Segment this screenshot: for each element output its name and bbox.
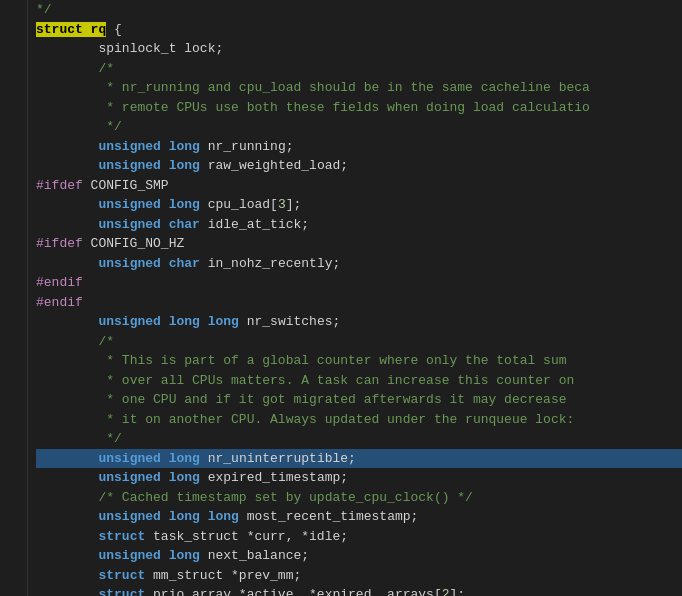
- code-line: struct prio_array *active, *expired, arr…: [36, 585, 682, 596]
- code-container: */struct rq { spinlock_t lock; /* * nr_r…: [0, 0, 682, 596]
- line-numbers: [0, 0, 28, 596]
- code-line: * nr_running and cpu_load should be in t…: [36, 78, 682, 98]
- code-line: /* Cached timestamp set by update_cpu_cl…: [36, 488, 682, 508]
- code-line: struct rq {: [36, 20, 682, 40]
- code-line: struct task_struct *curr, *idle;: [36, 527, 682, 547]
- code-line: unsigned long cpu_load[3];: [36, 195, 682, 215]
- code-line: unsigned long long most_recent_timestamp…: [36, 507, 682, 527]
- code-line: /*: [36, 59, 682, 79]
- code-line: #endif: [36, 273, 682, 293]
- code-line: #ifdef CONFIG_NO_HZ: [36, 234, 682, 254]
- code-line: spinlock_t lock;: [36, 39, 682, 59]
- code-line: */: [36, 0, 682, 20]
- code-line: * over all CPUs matters. A task can incr…: [36, 371, 682, 391]
- code-line: unsigned long long nr_switches;: [36, 312, 682, 332]
- code-line: * remote CPUs use both these fields when…: [36, 98, 682, 118]
- code-line: /*: [36, 332, 682, 352]
- code-content[interactable]: */struct rq { spinlock_t lock; /* * nr_r…: [28, 0, 682, 596]
- code-line: struct mm_struct *prev_mm;: [36, 566, 682, 586]
- code-line: * This is part of a global counter where…: [36, 351, 682, 371]
- code-line: #endif: [36, 293, 682, 313]
- code-line: unsigned char idle_at_tick;: [36, 215, 682, 235]
- code-line: * it on another CPU. Always updated unde…: [36, 410, 682, 430]
- code-line: unsigned long raw_weighted_load;: [36, 156, 682, 176]
- code-line: */: [36, 117, 682, 137]
- code-line: unsigned long nr_running;: [36, 137, 682, 157]
- code-line: unsigned long expired_timestamp;: [36, 468, 682, 488]
- code-line: * one CPU and if it got migrated afterwa…: [36, 390, 682, 410]
- code-line: unsigned char in_nohz_recently;: [36, 254, 682, 274]
- code-line: */: [36, 429, 682, 449]
- code-line: #ifdef CONFIG_SMP: [36, 176, 682, 196]
- code-line: unsigned long nr_uninterruptible;: [36, 449, 682, 469]
- code-line: unsigned long next_balance;: [36, 546, 682, 566]
